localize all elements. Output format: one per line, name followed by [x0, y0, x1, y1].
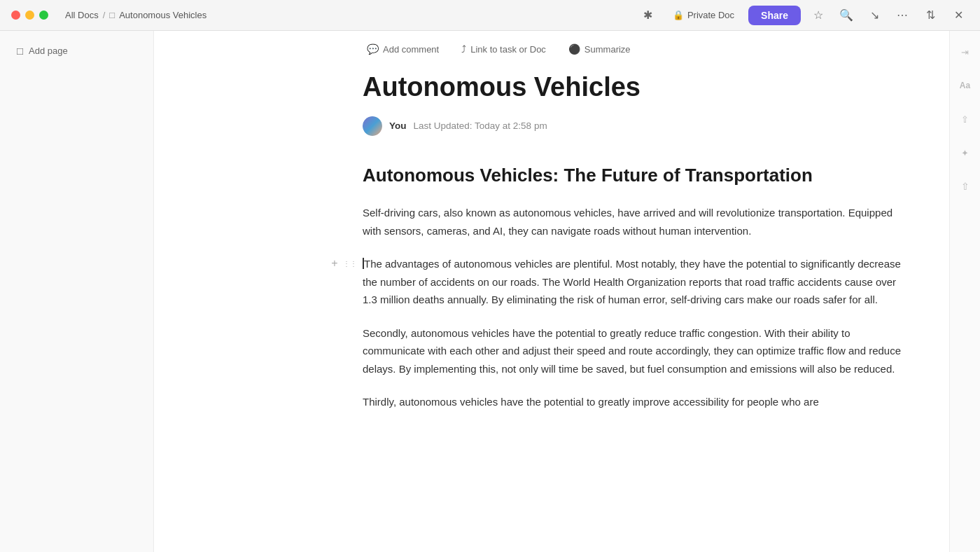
- private-doc-label: Private Doc: [687, 10, 734, 20]
- titlebar-actions: ✱ 🔒 Private Doc Share ☆ 🔍 ↘ ⋯ ⇅ ✕: [638, 5, 969, 26]
- export-icon-button[interactable]: ↘: [864, 5, 885, 26]
- private-doc-badge[interactable]: 🔒 Private Doc: [666, 7, 741, 23]
- expand-icon-button[interactable]: ⇅: [920, 5, 941, 26]
- add-page-button[interactable]: □ Add page: [6, 39, 148, 62]
- close-icon-button[interactable]: ✕: [948, 5, 969, 26]
- share-button[interactable]: Share: [748, 6, 801, 25]
- author-name: You: [389, 120, 407, 131]
- left-sidebar: □ Add page: [0, 31, 154, 552]
- traffic-lights: [11, 11, 48, 20]
- link-to-task-button[interactable]: ⤴ Link to task or Doc: [457, 41, 550, 57]
- maximize-button[interactable]: [39, 11, 48, 20]
- breadcrumb: All Docs / □ Autonomous Vehicles: [65, 10, 206, 20]
- doc-settings-button[interactable]: ✦: [955, 143, 975, 163]
- block-controls: + ⋮⋮: [328, 256, 356, 270]
- paragraph-4: Thirdly, autonomous vehicles have the po…: [363, 393, 907, 411]
- breadcrumb-doc-title: Autonomous Vehicles: [119, 10, 206, 20]
- paragraph-2-text: The advantages of autonomous vehicles ar…: [363, 258, 901, 305]
- app-body: □ Add page 💬 Add comment ⤴ Link to task …: [0, 31, 980, 552]
- comment-icon: 💬: [367, 43, 379, 55]
- close-button[interactable]: [11, 11, 20, 20]
- main-content: 💬 Add comment ⤴ Link to task or Doc ⚫ Su…: [154, 31, 949, 552]
- block-drag-handle[interactable]: ⋮⋮: [344, 256, 356, 270]
- avatar: [363, 116, 382, 136]
- add-page-icon: □: [17, 45, 23, 57]
- doc-meta: You Last Updated: Today at 2:58 pm: [363, 116, 907, 136]
- right-sidebar: ⇥ Aa ⇧ ✦ ⇧: [949, 31, 980, 552]
- summarize-button[interactable]: ⚫ Summarize: [564, 41, 635, 57]
- share-doc-button[interactable]: ⇧: [955, 109, 975, 129]
- search-icon-button[interactable]: 🔍: [836, 5, 857, 26]
- more-options-button[interactable]: ⋯: [892, 5, 913, 26]
- titlebar: All Docs / □ Autonomous Vehicles ✱ 🔒 Pri…: [0, 0, 980, 31]
- link-icon: ⤴: [461, 43, 466, 55]
- collapse-sidebar-button[interactable]: ⇥: [955, 42, 975, 62]
- avatar-image: [363, 116, 382, 136]
- add-comment-button[interactable]: 💬 Add comment: [363, 41, 443, 57]
- doc-icon: □: [109, 10, 115, 20]
- doc-toolbar: 💬 Add comment ⤴ Link to task or Doc ⚫ Su…: [154, 31, 949, 64]
- star-icon-button[interactable]: ☆: [808, 5, 829, 26]
- paragraph-1-wrapper: Self-driving cars, also known as autonom…: [363, 204, 907, 240]
- tag-icon-button[interactable]: ✱: [638, 5, 659, 26]
- last-updated: Last Updated: Today at 2:58 pm: [414, 120, 547, 131]
- block-add-button[interactable]: +: [328, 256, 342, 270]
- add-page-label: Add page: [29, 46, 68, 56]
- breadcrumb-all-docs[interactable]: All Docs: [65, 10, 99, 20]
- paragraph-2[interactable]: The advantages of autonomous vehicles ar…: [363, 255, 907, 309]
- add-comment-label: Add comment: [383, 44, 439, 55]
- paragraph-1: Self-driving cars, also known as autonom…: [363, 204, 907, 240]
- doc-body: Autonomous Vehicles You Last Updated: To…: [154, 64, 949, 455]
- minimize-button[interactable]: [25, 11, 34, 20]
- link-to-task-label: Link to task or Doc: [470, 44, 546, 55]
- lock-icon: 🔒: [673, 10, 684, 20]
- paragraph-4-wrapper: Thirdly, autonomous vehicles have the po…: [363, 393, 907, 411]
- ai-icon: ⚫: [568, 43, 580, 55]
- font-settings-button[interactable]: Aa: [955, 76, 975, 95]
- doc-heading-1: Autonomous Vehicles: The Future of Trans…: [363, 164, 907, 188]
- breadcrumb-separator: /: [103, 10, 106, 20]
- paragraph-2-wrapper: + ⋮⋮ The advantages of autonomous vehicl…: [363, 255, 907, 309]
- upload-button[interactable]: ⇧: [955, 177, 975, 196]
- paragraph-3-wrapper: Secondly, autonomous vehicles have the p…: [363, 324, 907, 378]
- summarize-label: Summarize: [584, 44, 631, 55]
- paragraph-3: Secondly, autonomous vehicles have the p…: [363, 324, 907, 378]
- document-title: Autonomous Vehicles: [363, 71, 907, 104]
